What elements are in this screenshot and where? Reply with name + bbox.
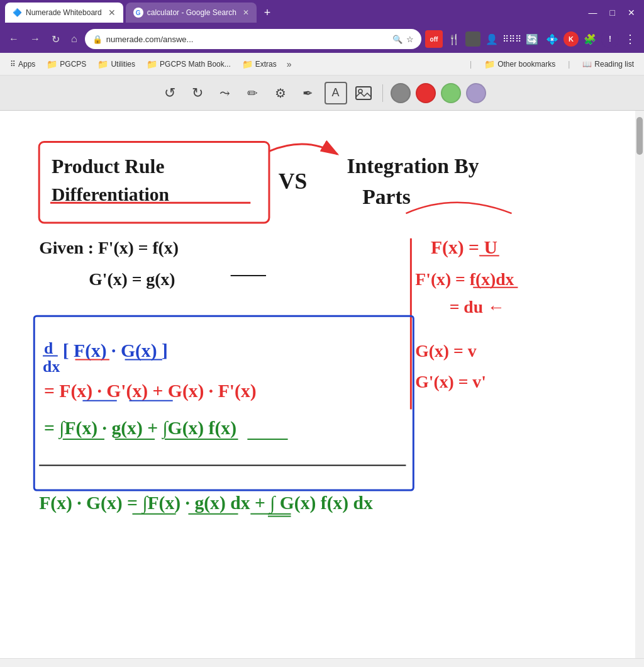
extension-icon-5[interactable]: ⠿⠿⠿: [503, 30, 521, 48]
color-red[interactable]: [416, 83, 436, 103]
tab-calculator[interactable]: G calculator - Google Search ✕: [126, 3, 257, 23]
svg-text:G(x) = v: G(x) = v: [415, 341, 476, 361]
horizontal-scrollbar[interactable]: [0, 658, 644, 667]
bookmark-pgcps[interactable]: 📁 PGCPS: [42, 57, 91, 72]
address-bar: ← → ↻ ⌂ 🔒 numerade.com/answe... 🔍 ☆ off …: [0, 25, 644, 53]
reading-list-icon: 📖: [582, 60, 592, 69]
redo-button[interactable]: ↻: [186, 82, 209, 104]
tab-label-calculator: calculator - Google Search: [147, 8, 236, 17]
extensions-button[interactable]: 🧩: [581, 30, 599, 48]
svg-text:Integration By: Integration By: [347, 154, 479, 177]
svg-rect-2: [39, 142, 269, 223]
profile-icon[interactable]: !: [601, 30, 619, 48]
image-tool[interactable]: [352, 82, 375, 104]
reload-button[interactable]: ↻: [48, 31, 64, 48]
maximize-button[interactable]: □: [606, 6, 619, 19]
utilities-label: Utilities: [111, 60, 135, 69]
svg-text:[ F(x) · G(x) ]: [ F(x) · G(x) ]: [63, 340, 168, 361]
svg-text:G'(x) = v': G'(x) = v': [415, 372, 486, 391]
tab-numerade[interactable]: 🔷 Numerade Whiteboard ✕: [5, 3, 123, 23]
menu-button[interactable]: ⋮: [621, 30, 639, 48]
tab-favicon-numerade: 🔷: [13, 8, 22, 17]
scrollbar-thumb[interactable]: [636, 117, 643, 155]
star-icon[interactable]: ☆: [406, 35, 414, 44]
bookmark-extras[interactable]: 📁 Extras: [237, 57, 282, 72]
new-tab-button[interactable]: +: [259, 6, 276, 20]
bookmark-apps[interactable]: ⠿ Apps: [5, 57, 40, 71]
pencil-tool[interactable]: ✏: [242, 82, 264, 104]
folder-icon-math: 📁: [147, 59, 157, 69]
svg-text:F'(x) = f(x)dx: F'(x) = f(x)dx: [415, 269, 514, 289]
svg-text:Product Rule: Product Rule: [52, 155, 165, 177]
whiteboard-toolbar: ↺ ↻ ⤳ ✏ ⚙ ✒ A: [0, 76, 644, 111]
color-gray[interactable]: [391, 83, 411, 103]
svg-text:G'(x) = g(x): G'(x) = g(x): [89, 269, 175, 289]
svg-rect-0: [356, 87, 371, 99]
tab-close-calculator[interactable]: ✕: [243, 8, 249, 17]
extension-icon-4[interactable]: 👤: [483, 30, 501, 48]
reading-list-label: Reading list: [594, 60, 634, 69]
search-icon: 🔍: [392, 35, 402, 44]
close-button[interactable]: ✕: [624, 6, 639, 19]
apps-label: Apps: [18, 60, 35, 69]
forward-button[interactable]: →: [26, 31, 44, 47]
svg-text:Parts: Parts: [362, 185, 411, 208]
svg-text:F(x) · G(x) = ∫F(x) · g(x) dx : F(x) · G(x) = ∫F(x) · g(x) dx + ∫ G(x) f…: [39, 493, 373, 514]
pgcps-math-label: PGCPS Math Book...: [160, 60, 231, 69]
browser-window: 🔷 Numerade Whiteboard ✕ G calculator - G…: [0, 0, 644, 667]
tab-label-numerade: Numerade Whiteboard: [26, 8, 102, 17]
svg-text:d: d: [44, 339, 53, 357]
bookmark-other[interactable]: 📁 Other bookmarks: [479, 57, 560, 72]
extension-icon-2[interactable]: 🍴: [445, 30, 463, 48]
toolbar-icons: off 🍴 👤 ⠿⠿⠿ 🔄 💠 K 🧩 ! ⋮: [425, 30, 639, 48]
home-button[interactable]: ⌂: [67, 31, 81, 47]
extension-icon-8[interactable]: K: [564, 31, 579, 47]
bookmark-pgcps-math[interactable]: 📁 PGCPS Math Book...: [142, 57, 236, 72]
svg-text:Differentiation: Differentiation: [52, 184, 170, 205]
vertical-scrollbar[interactable]: [635, 111, 644, 658]
extension-icon-7[interactable]: 💠: [543, 30, 561, 48]
other-bookmarks-label: Other bookmarks: [497, 60, 555, 69]
title-bar: 🔷 Numerade Whiteboard ✕ G calculator - G…: [0, 0, 644, 25]
pgcps-label: PGCPS: [60, 60, 86, 69]
extension-icon-1[interactable]: off: [425, 30, 443, 48]
tools-button[interactable]: ⚙: [269, 82, 292, 104]
apps-grid-icon: ⠿: [10, 60, 16, 69]
folder-icon-utilities: 📁: [97, 59, 108, 69]
bookmarks-separator2: |: [565, 60, 572, 69]
bookmarks-right: | 📁 Other bookmarks | 📖 Reading list: [467, 57, 639, 72]
svg-text:VS: VS: [279, 169, 307, 194]
undo-button[interactable]: ↺: [158, 82, 181, 104]
svg-text:= ∫F(x) · g(x) + ∫G(x) f(x): = ∫F(x) · g(x) + ∫G(x) f(x): [44, 418, 236, 439]
svg-text:= du ←: = du ←: [450, 297, 505, 317]
extension-icon-3[interactable]: [465, 31, 480, 47]
lock-icon: 🔒: [92, 35, 103, 44]
svg-text:dx: dx: [43, 357, 60, 376]
tab-favicon-google: G: [133, 8, 143, 18]
color-purple[interactable]: [466, 83, 486, 103]
reading-list-button[interactable]: 📖 Reading list: [577, 57, 639, 71]
bookmarks-separator: |: [467, 60, 474, 69]
select-tool[interactable]: ⤳: [214, 82, 236, 104]
color-green[interactable]: [441, 83, 461, 103]
text-tool[interactable]: A: [325, 82, 347, 104]
bookmarks-overflow-button[interactable]: »: [283, 57, 296, 72]
window-controls: — □ ✕: [585, 6, 639, 19]
svg-text:Given : F'(x) = f(x): Given : F'(x) = f(x): [39, 238, 179, 257]
folder-icon-pgcps: 📁: [47, 59, 57, 69]
minimize-button[interactable]: —: [585, 6, 601, 19]
whiteboard-canvas[interactable]: Product Rule Differentiation VS Integrat…: [0, 111, 644, 658]
back-button[interactable]: ←: [5, 31, 23, 47]
bookmarks-bar: ⠿ Apps 📁 PGCPS 📁 Utilities 📁 PGCPS Math …: [0, 53, 644, 76]
pen-tool[interactable]: ✒: [297, 82, 319, 104]
svg-text:= F(x) · G'(x) + G(x) · F'(x): = F(x) · G'(x) + G(x) · F'(x): [44, 381, 257, 401]
url-bar[interactable]: 🔒 numerade.com/answe... 🔍 ☆: [85, 29, 421, 49]
folder-icon-other: 📁: [484, 59, 495, 69]
toolbar-separator: [382, 84, 383, 102]
folder-icon-extras: 📁: [242, 59, 253, 69]
url-text: numerade.com/answe...: [106, 35, 389, 44]
extension-icon-6[interactable]: 🔄: [523, 30, 541, 48]
whiteboard-svg: Product Rule Differentiation VS Integrat…: [0, 111, 644, 658]
bookmark-utilities[interactable]: 📁 Utilities: [92, 57, 140, 72]
tab-close-numerade[interactable]: ✕: [108, 8, 116, 18]
